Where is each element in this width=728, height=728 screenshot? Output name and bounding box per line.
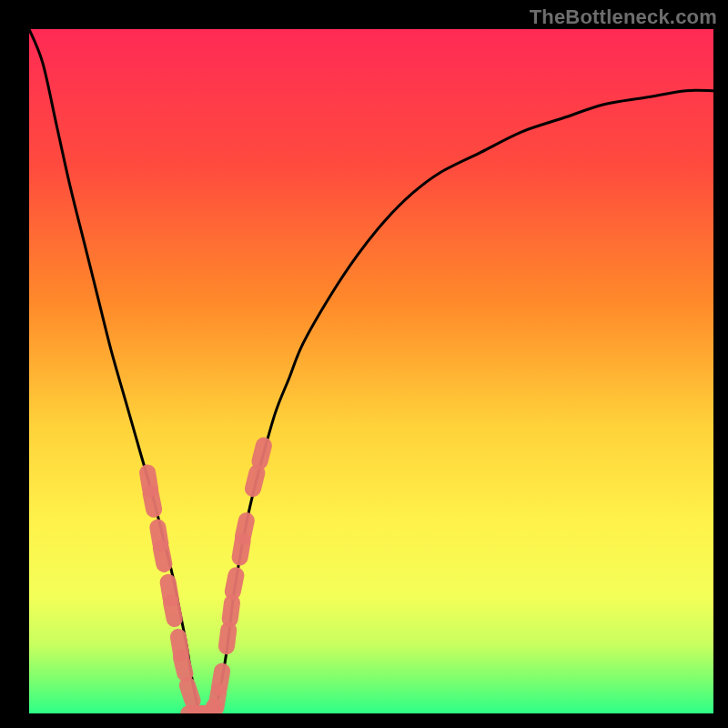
background-gradient bbox=[29, 29, 713, 713]
watermark-label: TheBottleneck.com bbox=[530, 5, 717, 29]
plot-area bbox=[29, 29, 713, 713]
svg-rect-0 bbox=[29, 29, 713, 713]
chart-frame: TheBottleneck.com bbox=[0, 0, 728, 728]
